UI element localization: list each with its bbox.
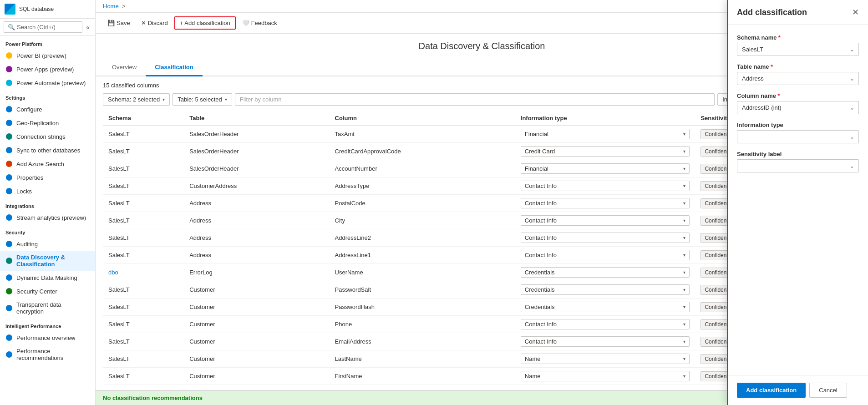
schema-name-select[interactable]: SalesLT dbo <box>737 43 859 56</box>
sidebar-item-security-center[interactable]: Security Center <box>0 284 95 298</box>
close-button[interactable]: ✕ <box>852 7 859 17</box>
cell-info-type[interactable]: Contact Info ▾ <box>515 247 695 264</box>
add-classification-submit-button[interactable]: Add classification <box>737 383 806 398</box>
sidebar-item-auditing[interactable]: Auditing <box>0 237 95 251</box>
column-name-select[interactable]: AddressID (int) City PostalCode AddressL… <box>737 101 859 114</box>
sidebar-item-power-automate[interactable]: Power Automate (preview) <box>0 76 95 90</box>
cell-info-type[interactable]: Contact Info ▾ <box>515 316 695 333</box>
sidebar-item-performance-overview[interactable]: Performance overview <box>0 331 95 344</box>
sensitivity-label-select[interactable]: Confidential Confidential - GDPR Public … <box>737 159 859 172</box>
sidebar-item-data-discovery[interactable]: Data Discovery & Classification <box>0 251 95 271</box>
app-name: SQL database <box>19 6 54 12</box>
col-header-column: Column <box>330 111 515 126</box>
cell-schema: SalesLT <box>103 195 184 212</box>
cancel-button[interactable]: Cancel <box>809 383 847 398</box>
sidebar-item-sync-databases[interactable]: Sync to other databases <box>0 143 95 157</box>
perf-reco-icon <box>5 351 13 358</box>
cell-schema: SalesLT <box>103 229 184 247</box>
cell-info-type[interactable]: Credentials ▾ <box>515 264 695 281</box>
cell-table: Address <box>184 212 329 229</box>
breadcrumb-home[interactable]: Home <box>103 3 119 10</box>
schema-name-select-wrapper: SalesLT dbo <box>737 43 859 56</box>
cell-info-type[interactable]: Name ▾ <box>515 368 695 385</box>
cell-info-type[interactable]: Financial ▾ <box>515 126 695 143</box>
cell-info-type[interactable]: Credentials ▾ <box>515 281 695 299</box>
discard-button[interactable]: ✕ Discard <box>137 17 173 29</box>
cell-table: Customer <box>184 316 329 333</box>
cell-column: UserName <box>330 264 515 281</box>
properties-icon <box>5 174 13 181</box>
sidebar-item-stream-analytics[interactable]: Stream analytics (preview) <box>0 211 95 224</box>
sidebar-item-label: Data Discovery & Classification <box>16 254 90 268</box>
search-input[interactable]: 🔍 Search (Ctrl+/) <box>4 21 82 33</box>
cell-info-type[interactable]: Contact Info ▾ <box>515 229 695 247</box>
cell-info-type[interactable]: Financial ▾ <box>515 160 695 177</box>
cell-info-type[interactable]: Contact Info ▾ <box>515 177 695 195</box>
cell-table: SalesOrderHeader <box>184 126 329 143</box>
panel-footer: Add classification Cancel <box>728 375 868 405</box>
cell-column: PasswordHash <box>330 299 515 316</box>
cell-column: PostalCode <box>330 195 515 212</box>
required-indicator: * <box>771 63 773 70</box>
cell-table: Customer <box>184 281 329 299</box>
sidebar-item-properties[interactable]: Properties <box>0 171 95 184</box>
column-name-select-wrapper: AddressID (int) City PostalCode AddressL… <box>737 101 859 114</box>
cell-info-type[interactable]: Contact Info ▾ <box>515 333 695 350</box>
feedback-icon: 🤍 <box>242 20 249 26</box>
info-type-select[interactable]: Financial Credit Card Contact Info Crede… <box>737 130 859 143</box>
search-bar[interactable]: 🔍 Search (Ctrl+/) « <box>0 19 95 36</box>
sidebar-item-label: Dynamic Data Masking <box>16 274 77 281</box>
stream-icon <box>5 214 13 221</box>
sidebar-item-geo-replication[interactable]: Geo-Replication <box>0 116 95 130</box>
collapse-button[interactable]: « <box>84 23 91 32</box>
column-filter[interactable]: Filter by column <box>235 93 715 106</box>
sidebar-item-label: Locks <box>16 188 32 195</box>
col-header-schema: Schema <box>103 111 184 126</box>
schema-filter[interactable]: Schema: 2 selected ▾ <box>103 93 170 106</box>
add-classification-button[interactable]: + Add classification <box>174 16 236 30</box>
encryption-icon <box>5 304 13 312</box>
cell-info-type[interactable]: Credit Card ▾ <box>515 143 695 160</box>
sidebar-item-configure[interactable]: Configure <box>0 102 95 116</box>
table-name-group: Table name * Address Customer CustomerAd… <box>737 63 859 85</box>
discard-icon: ✕ <box>141 20 146 26</box>
panel-body: Schema name * SalesLT dbo Table name * A… <box>728 25 868 375</box>
section-label-integrations: Integrations <box>0 198 95 211</box>
sidebar-item-power-apps[interactable]: Power Apps (preview) <box>0 62 95 76</box>
cell-info-type[interactable]: Name ▾ <box>515 350 695 368</box>
chevron-down-icon: ▾ <box>225 97 227 102</box>
cell-info-type[interactable]: Contact Info ▾ <box>515 195 695 212</box>
info-type-group: Information type Financial Credit Card C… <box>737 122 859 143</box>
sidebar-item-power-bi[interactable]: Power BI (preview) <box>0 49 95 62</box>
powerbi-icon <box>5 52 13 59</box>
cell-info-type[interactable]: Contact Info ▾ <box>515 212 695 229</box>
section-label-security: Security <box>0 224 95 237</box>
configure-icon <box>5 106 13 113</box>
feedback-button[interactable]: 🤍 Feedback <box>238 17 282 29</box>
cell-schema: SalesLT <box>103 143 184 160</box>
sidebar-item-performance-recommendations[interactable]: Performance recommendations <box>0 344 95 364</box>
auditing-icon <box>5 240 13 248</box>
cell-column: AddressLine2 <box>330 229 515 247</box>
table-name-select[interactable]: Address Customer CustomerAddress SalesOr… <box>737 72 859 85</box>
table-name-select-wrapper: Address Customer CustomerAddress SalesOr… <box>737 72 859 85</box>
tab-overview[interactable]: Overview <box>103 59 146 76</box>
sidebar-item-label: Configure <box>16 106 42 113</box>
save-button[interactable]: 💾 Save <box>103 17 135 29</box>
table-filter[interactable]: Table: 5 selected ▾ <box>173 93 232 106</box>
table-name-label: Table name * <box>737 63 859 70</box>
cell-column: City <box>330 212 515 229</box>
sidebar-item-locks[interactable]: Locks <box>0 184 95 198</box>
sidebar-item-dynamic-data-masking[interactable]: Dynamic Data Masking <box>0 271 95 284</box>
sidebar-item-connection-strings[interactable]: Connection strings <box>0 130 95 143</box>
sidebar-item-transparent-encryption[interactable]: Transparent data encryption <box>0 298 95 318</box>
sidebar-item-label: Transparent data encryption <box>16 301 90 315</box>
sidebar-item-label: Power BI (preview) <box>16 52 66 59</box>
column-name-label: Column name * <box>737 92 859 99</box>
tab-classification[interactable]: Classification <box>146 59 203 76</box>
cell-info-type[interactable]: Credentials ▾ <box>515 299 695 316</box>
col-header-info-type: Information type <box>515 111 695 126</box>
sidebar-item-azure-search[interactable]: Add Azure Search <box>0 157 95 171</box>
cell-table: Customer <box>184 350 329 368</box>
cell-schema: SalesLT <box>103 333 184 350</box>
